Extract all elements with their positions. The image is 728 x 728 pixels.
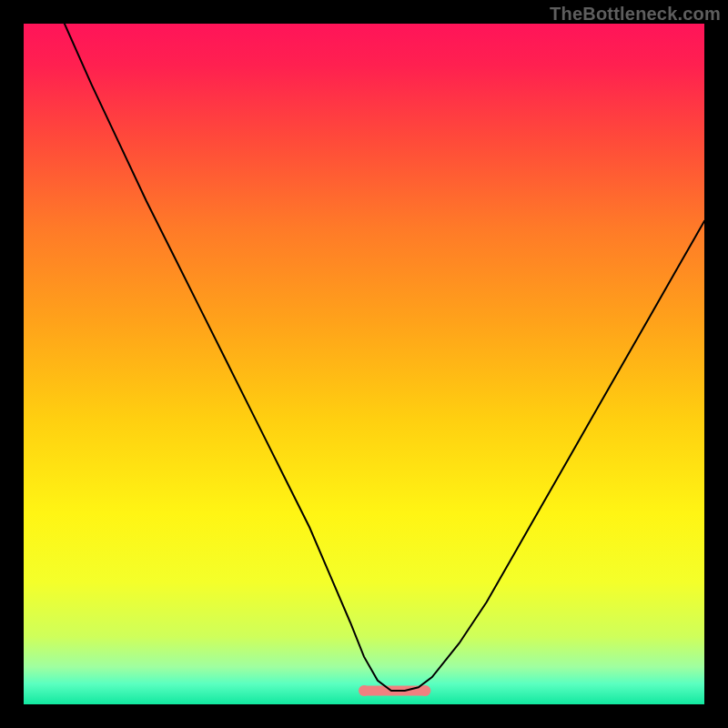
watermark-text: TheBottleneck.com — [550, 4, 721, 25]
curve-layer — [24, 24, 704, 704]
chart-frame: TheBottleneck.com — [0, 0, 728, 728]
svg-point-1 — [359, 685, 369, 696]
plot-area — [24, 24, 704, 704]
svg-point-2 — [420, 685, 430, 696]
bottleneck-curve — [65, 24, 704, 691]
